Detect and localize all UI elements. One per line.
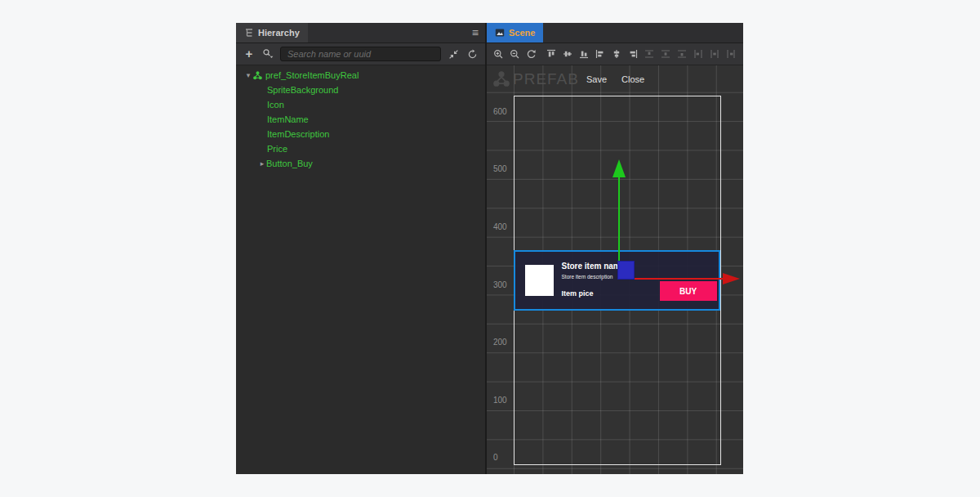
align-left-icon[interactable]	[594, 47, 607, 60]
tree-item-itemname[interactable]: ItemName	[236, 112, 485, 127]
tree-item-price[interactable]: Price	[236, 141, 485, 156]
ruler-label-0: 0	[493, 453, 498, 463]
buy-button-label: BUY	[679, 287, 697, 296]
ruler-label-400: 400	[493, 222, 507, 232]
hierarchy-tree-icon	[244, 28, 254, 38]
prefab-watermark-text: PREFAB	[513, 70, 579, 88]
distribute-h-center-icon[interactable]	[708, 47, 721, 60]
ruler-label-200: 200	[493, 338, 507, 347]
align-right-icon[interactable]	[626, 47, 639, 60]
hierarchy-tabbar-rest: ≡	[308, 23, 485, 43]
distribute-left-icon[interactable]	[692, 47, 705, 60]
store-item-price-label[interactable]: Item pice	[562, 289, 594, 298]
tab-scene[interactable]: Scene	[487, 23, 543, 43]
hamburger-menu-icon[interactable]: ≡	[472, 27, 479, 38]
buy-button-sprite[interactable]: BUY	[660, 281, 717, 301]
align-h-center-icon[interactable]	[610, 47, 623, 60]
search-input[interactable]	[280, 47, 441, 61]
hierarchy-tree: ▾ pref_StoreItemBuyReal SpriteBackground…	[236, 65, 485, 474]
tree-item-button-buy[interactable]: ▸ Button_Buy	[236, 156, 485, 171]
scene-panel: Scene	[487, 23, 743, 474]
tree-item-label: pref_StoreItemBuyReal	[265, 70, 359, 80]
tree-item-spritebackground[interactable]: SpriteBackground	[236, 83, 485, 97]
close-button[interactable]: Close	[614, 72, 652, 87]
tab-hierarchy[interactable]: Hierarchy	[236, 23, 308, 43]
ruler-label-600: 600	[493, 107, 507, 117]
distribute-right-icon[interactable]	[724, 47, 737, 60]
tree-item-itemdescription[interactable]: ItemDescription	[236, 127, 485, 141]
ruler-label-500: 500	[493, 164, 507, 174]
align-bottom-icon[interactable]	[577, 47, 590, 60]
tree-item-root[interactable]: ▾ pref_StoreItemBuyReal	[236, 68, 485, 83]
caret-expanded-icon[interactable]: ▾	[244, 71, 252, 79]
collapse-all-icon[interactable]	[447, 47, 460, 60]
scene-tabbar-rest	[543, 23, 743, 43]
distribute-v-center-icon[interactable]	[659, 47, 672, 60]
hierarchy-panel: Hierarchy ≡ + ▾	[236, 23, 487, 474]
store-item-icon-sprite[interactable]	[525, 265, 554, 296]
zoom-out-icon[interactable]	[508, 47, 521, 60]
scene-tabbar: Scene	[487, 23, 743, 43]
tree-item-label: Icon	[267, 100, 284, 110]
distribute-bottom-icon[interactable]	[675, 47, 688, 60]
hierarchy-tabbar: Hierarchy ≡	[236, 23, 485, 43]
tree-item-label: Button_Buy	[266, 159, 313, 168]
editor-window: Hierarchy ≡ + ▾	[236, 23, 743, 474]
hierarchy-tab-label: Hierarchy	[258, 28, 300, 38]
tree-item-label: ItemDescription	[267, 129, 329, 139]
save-button[interactable]: Save	[579, 72, 614, 87]
tree-item-label: SpriteBackground	[267, 85, 338, 95]
store-item-description-label[interactable]: Store item description	[562, 274, 613, 280]
tree-item-label: Price	[267, 144, 287, 154]
gizmo-center-handle[interactable]	[617, 261, 635, 280]
scene-viewport[interactable]: 600 500 400 300 200 100 0 PREFAB Save Cl…	[487, 65, 743, 474]
refresh-icon[interactable]	[466, 47, 479, 60]
add-node-icon[interactable]: +	[243, 47, 256, 60]
ruler-label-300: 300	[493, 280, 507, 290]
search-filter-icon[interactable]	[261, 47, 274, 60]
store-item-selection[interactable]: Store item name Store item description I…	[514, 250, 720, 311]
prefab-mode-bar: PREFAB Save Close	[492, 69, 652, 90]
caret-collapsed-icon[interactable]: ▸	[258, 159, 266, 168]
zoom-in-icon[interactable]	[492, 47, 505, 60]
prefab-icon	[252, 70, 263, 81]
gizmo-x-axis-arrow[interactable]	[723, 273, 740, 284]
hierarchy-toolbar: +	[236, 43, 485, 65]
align-top-icon[interactable]	[545, 47, 558, 60]
reset-view-icon[interactable]	[524, 47, 537, 60]
align-v-center-icon[interactable]	[561, 47, 574, 60]
gizmo-y-axis-arrow[interactable]	[612, 159, 626, 177]
scene-toolbar	[487, 43, 743, 65]
ruler-label-100: 100	[493, 396, 507, 405]
tree-item-icon[interactable]: Icon	[236, 97, 485, 112]
tree-item-label: ItemName	[267, 114, 309, 124]
scene-image-icon	[495, 28, 505, 38]
distribute-top-icon[interactable]	[643, 47, 656, 60]
scene-tab-label: Scene	[509, 28, 535, 38]
prefab-watermark-icon	[492, 69, 511, 89]
store-item-name-label[interactable]: Store item name	[562, 262, 626, 271]
